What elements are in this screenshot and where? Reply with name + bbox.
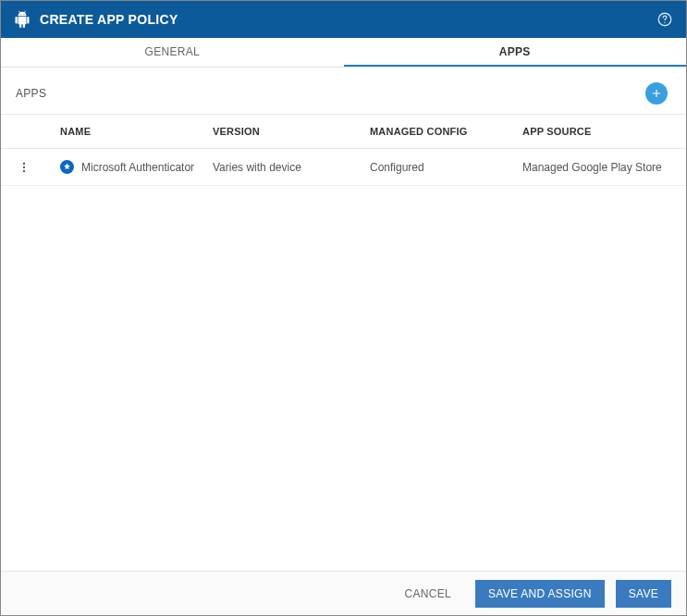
svg-point-2 — [23, 162, 25, 164]
cell-managed: Configured — [370, 161, 522, 174]
app-icon — [60, 160, 74, 174]
svg-point-1 — [664, 22, 665, 23]
col-header-source: APP SOURCE — [522, 126, 686, 137]
apps-table: NAME VERSION MANAGED CONFIG APP SOURCE — [1, 115, 686, 186]
table-header-row: NAME VERSION MANAGED CONFIG APP SOURCE — [1, 115, 686, 149]
save-button[interactable]: SAVE — [616, 580, 671, 608]
table-row: Microsoft Authenticator Varies with devi… — [1, 149, 686, 186]
help-icon[interactable] — [656, 11, 673, 28]
svg-point-4 — [23, 170, 25, 172]
cancel-button[interactable]: CANCEL — [392, 580, 464, 608]
cell-name: Microsoft Authenticator — [60, 160, 213, 174]
tab-apps[interactable]: APPS — [344, 38, 687, 67]
section-header: APPS — [1, 68, 686, 115]
content-area: APPS NAME VERSION MANAGED CONFIG APP SOU… — [1, 68, 686, 571]
android-icon — [14, 11, 31, 28]
plus-icon — [650, 87, 663, 100]
footer: CANCEL SAVE AND ASSIGN SAVE — [1, 571, 686, 615]
page-header: CREATE APP POLICY — [1, 1, 686, 38]
cell-name-text: Microsoft Authenticator — [81, 161, 194, 174]
page-title: CREATE APP POLICY — [40, 12, 656, 27]
col-actions-spacer — [18, 126, 60, 137]
row-actions-menu[interactable] — [18, 161, 60, 174]
section-title: APPS — [16, 87, 46, 100]
add-app-button[interactable] — [645, 82, 668, 105]
more-vert-icon — [18, 161, 31, 174]
cell-version: Varies with device — [213, 161, 370, 174]
tab-general[interactable]: GENERAL — [1, 38, 344, 67]
tab-bar: GENERAL APPS — [1, 38, 686, 68]
col-header-name: NAME — [60, 126, 213, 137]
cell-source: Managed Google Play Store — [522, 161, 686, 174]
col-header-version: VERSION — [213, 126, 370, 137]
svg-point-3 — [23, 166, 25, 167]
col-header-managed: MANAGED CONFIG — [370, 126, 522, 137]
save-and-assign-button[interactable]: SAVE AND ASSIGN — [475, 580, 605, 608]
